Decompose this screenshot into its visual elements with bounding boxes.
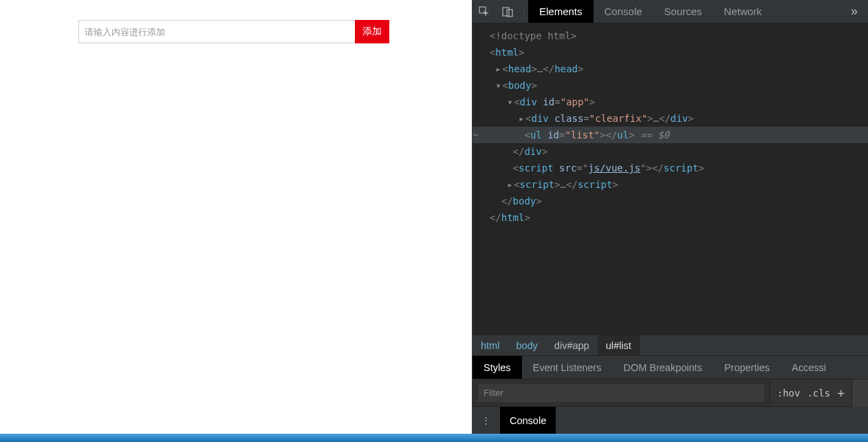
expand-arrow-icon[interactable]: ▸ (519, 110, 525, 127)
tab-sources[interactable]: Sources (653, 0, 713, 23)
breadcrumb-item[interactable]: body (508, 335, 545, 355)
drawer-tab-console[interactable]: Console (500, 407, 556, 434)
sub-tab-dom-breakpoints[interactable]: DOM Breakpoints (612, 356, 713, 379)
gutter-dots-icon[interactable]: ⋯ (473, 127, 481, 143)
devtools-panel: Elements Console Sources Network » <!doc… (472, 0, 868, 434)
elements-tree[interactable]: <!doctype html> <html> ▸<head>…</head> ▾… (473, 23, 868, 335)
devtools-main-tabs: Elements Console Sources Network (528, 0, 840, 23)
inspect-element-icon[interactable] (473, 0, 496, 23)
tree-line[interactable]: ▸<script>…</script> (473, 176, 868, 193)
tree-line-selected[interactable]: ⋯ <ul id="list"></ul> == $0 (473, 127, 868, 143)
console-drawer: ⋮ Console (473, 406, 868, 434)
add-button[interactable]: 添加 (355, 20, 389, 43)
tree-line[interactable]: <html> (473, 44, 868, 61)
tag-html: html (495, 47, 519, 58)
sub-tab-accessibility[interactable]: Accessi (781, 356, 837, 379)
tab-network[interactable]: Network (713, 0, 773, 23)
svg-rect-1 (503, 8, 509, 16)
breadcrumb-item-active[interactable]: ul#list (598, 335, 640, 355)
tag-div: div (531, 113, 548, 124)
new-style-rule-icon[interactable]: + (837, 386, 845, 400)
breadcrumb: html body div#app ul#list (473, 335, 868, 355)
tab-elements[interactable]: Elements (528, 0, 594, 23)
collapse-arrow-icon[interactable]: ▾ (507, 94, 514, 110)
hov-toggle[interactable]: :hov (777, 388, 801, 399)
add-input[interactable] (78, 20, 355, 43)
toggle-device-icon[interactable] (496, 0, 519, 23)
tree-line[interactable]: ▾<body> (473, 77, 868, 94)
sub-tab-event-listeners[interactable]: Event Listeners (522, 356, 613, 379)
tabs-overflow-icon[interactable]: » (840, 0, 868, 23)
toolbar-separator (523, 4, 524, 19)
tag-div: div (520, 96, 537, 107)
add-form: 添加 (78, 20, 389, 43)
styles-filter-input[interactable] (478, 384, 764, 402)
tag-ul: ul (530, 129, 542, 140)
selection-indicator: == $0 (635, 129, 670, 140)
tag-script: script (520, 179, 555, 190)
styles-toggles: :hov .cls + (770, 379, 851, 406)
tag-body: body (508, 80, 532, 91)
tree-line[interactable]: </div> (473, 143, 868, 160)
box-model-toggle[interactable] (851, 379, 868, 407)
expand-arrow-icon[interactable]: ▸ (495, 61, 502, 77)
tree-line[interactable]: </body> (473, 193, 868, 209)
styles-filter-row: :hov .cls + (473, 379, 868, 406)
rendered-page: 添加 (0, 0, 472, 434)
tree-line[interactable]: <!doctype html> (473, 28, 868, 44)
styles-tab-bar: Styles Event Listeners DOM Breakpoints P… (473, 355, 868, 379)
tree-line[interactable]: <script src="js/vue.js"></script> (473, 160, 868, 176)
breadcrumb-item[interactable]: div#app (546, 335, 598, 355)
drawer-menu-icon[interactable]: ⋮ (479, 415, 492, 425)
breadcrumb-item[interactable]: html (473, 335, 508, 355)
expand-arrow-icon[interactable]: ▸ (507, 176, 514, 193)
tree-line[interactable]: </html> (473, 209, 868, 226)
collapse-arrow-icon[interactable]: ▾ (495, 77, 502, 94)
tag-script: script (519, 162, 554, 173)
tree-line[interactable]: ▾<div id="app"> (473, 94, 868, 110)
tree-line[interactable]: ▸<head>…</head> (473, 61, 868, 77)
sub-tab-styles[interactable]: Styles (473, 356, 522, 379)
sub-tab-properties[interactable]: Properties (713, 356, 781, 379)
tab-console[interactable]: Console (594, 0, 653, 23)
tag-head: head (508, 63, 532, 74)
tree-line[interactable]: ▸<div class="clearfix">…</div> (473, 110, 868, 127)
doctype: <!doctype html> (490, 30, 576, 41)
cls-toggle[interactable]: .cls (807, 388, 830, 399)
os-taskbar (0, 434, 868, 442)
devtools-toolbar: Elements Console Sources Network » (473, 0, 868, 23)
